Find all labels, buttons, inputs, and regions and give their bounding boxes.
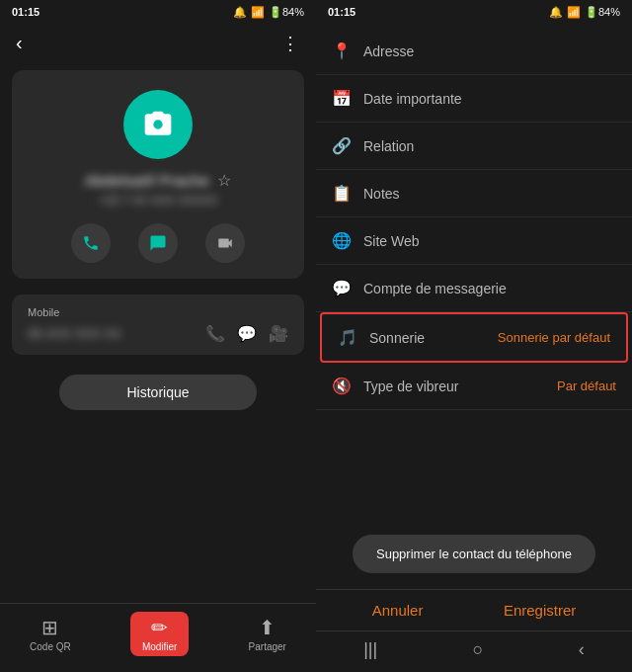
form-notes[interactable]: 📋 Notes (316, 170, 632, 217)
form-relation[interactable]: 🔗 Relation (316, 123, 632, 170)
notes-icon: 📋 (332, 184, 352, 203)
notes-label: Notes (363, 186, 616, 202)
relation-icon: 🔗 (332, 136, 352, 155)
sonnerie-icon: 🎵 (338, 328, 357, 347)
video-button[interactable] (205, 223, 245, 263)
left-bottom-nav: ⊞ Code QR ✏ Modifier ⬆ Partager (0, 603, 316, 672)
bottom-actions: Annuler Enregistrer (316, 589, 632, 630)
mobile-sms-icon[interactable]: 💬 (237, 324, 257, 343)
contact-name: Abdelsatif Prache (85, 172, 209, 189)
mobile-row: 06 XXX XXX XX 📞 💬 🎥 (28, 324, 288, 343)
site-icon: 🌐 (332, 231, 352, 250)
right-status-bar: 01:15 🔔 📶 🔋84% (316, 0, 632, 24)
nav-modifier[interactable]: ✏ Modifier (130, 612, 190, 656)
form-messagerie[interactable]: 💬 Compte de messagerie (316, 265, 632, 312)
message-icon (149, 234, 167, 252)
qr-icon: ⊞ (41, 616, 58, 639)
messagerie-label: Compte de messagerie (363, 281, 616, 296)
mobile-section: Mobile 06 XXX XXX XX 📞 💬 🎥 (12, 294, 304, 355)
form-sonnerie[interactable]: 🎵 Sonnerie Sonnerie par défaut (320, 312, 628, 363)
left-time: 01:15 (12, 6, 40, 18)
history-section: Historique (12, 375, 304, 410)
video-icon (216, 234, 234, 252)
left-status-icons: 🔔 📶 🔋84% (233, 6, 304, 19)
back-button[interactable]: ‹ (16, 32, 23, 54)
right-wifi-icon: 📶 (567, 6, 581, 19)
star-icon[interactable]: ☆ (217, 171, 231, 190)
battery-icon: 🔋84% (269, 6, 304, 19)
modifier-icon: ✏ (151, 616, 168, 639)
messagerie-icon: 💬 (332, 279, 352, 297)
form-date[interactable]: 📅 Date importante (316, 75, 632, 123)
left-panel: 01:15 🔔 📶 🔋84% ‹ ⋮ Abdelsatif Prache ☆ +… (0, 0, 316, 672)
form-site[interactable]: 🌐 Site Web (316, 217, 632, 265)
date-label: Date importante (363, 91, 616, 107)
call-button[interactable] (71, 223, 111, 263)
mobile-video-icon[interactable]: 🎥 (269, 324, 288, 343)
form-vibreur[interactable]: 🔇 Type de vibreur Par défaut (316, 363, 632, 410)
more-button[interactable]: ⋮ (281, 33, 300, 54)
right-battery-icon: 🔋84% (585, 6, 620, 19)
mobile-number: 06 XXX XXX XX (28, 326, 121, 341)
right-nav-back-icon[interactable]: ‹ (579, 639, 585, 660)
delete-button[interactable]: Supprimer le contact du téléphone (353, 535, 595, 573)
contact-action-buttons (71, 223, 245, 263)
nav-qr[interactable]: ⊞ Code QR (30, 616, 71, 652)
mobile-actions: 📞 💬 🎥 (205, 324, 288, 343)
contact-name-row: Abdelsatif Prache ☆ (85, 171, 231, 190)
adresse-icon: 📍 (332, 42, 352, 60)
right-status-icons: 🔔 📶 🔋84% (549, 6, 620, 19)
notification-icon: 🔔 (233, 6, 247, 19)
vibreur-value: Par défaut (557, 378, 616, 393)
phone-icon (82, 234, 100, 252)
nav-partager[interactable]: ⬆ Partager (249, 616, 286, 652)
qr-label: Code QR (30, 641, 71, 652)
modifier-label: Modifier (142, 641, 178, 652)
right-notif-icon: 🔔 (549, 6, 563, 19)
camera-icon (142, 109, 174, 140)
adresse-label: Adresse (363, 43, 616, 59)
save-button[interactable]: Enregistrer (504, 602, 576, 619)
partager-label: Partager (249, 641, 286, 652)
sonnerie-label: Sonnerie (369, 330, 486, 346)
right-nav-home-icon[interactable]: ○ (473, 639, 484, 660)
cancel-button[interactable]: Annuler (372, 602, 424, 619)
sonnerie-value: Sonnerie par défaut (498, 330, 610, 345)
delete-section: Supprimer le contact du téléphone (316, 519, 632, 589)
left-top-nav: ‹ ⋮ (0, 24, 316, 62)
share-icon: ⬆ (259, 616, 276, 639)
right-bottom-nav: ||| ○ ‹ (316, 630, 632, 672)
site-label: Site Web (363, 233, 616, 249)
right-nav-menu-icon[interactable]: ||| (363, 639, 377, 660)
history-button[interactable]: Historique (59, 375, 257, 410)
message-button[interactable] (138, 223, 178, 263)
contact-header: Abdelsatif Prache ☆ +33 7 XX XXX XXXXX (12, 70, 304, 279)
wifi-icon: 📶 (251, 6, 265, 19)
right-time: 01:15 (328, 6, 356, 18)
form-list: 📍 Adresse 📅 Date importante 🔗 Relation 📋… (316, 24, 632, 519)
relation-label: Relation (363, 138, 616, 154)
date-icon: 📅 (332, 89, 352, 108)
left-status-bar: 01:15 🔔 📶 🔋84% (0, 0, 316, 24)
form-adresse[interactable]: 📍 Adresse (316, 28, 632, 75)
mobile-label: Mobile (28, 306, 288, 318)
vibreur-label: Type de vibreur (363, 378, 545, 394)
mobile-call-icon[interactable]: 📞 (205, 324, 225, 343)
right-panel: 01:15 🔔 📶 🔋84% 📍 Adresse 📅 Date importan… (316, 0, 632, 672)
vibreur-icon: 🔇 (332, 377, 352, 395)
contact-phone: +33 7 XX XXX XXXXX (99, 194, 217, 208)
avatar (123, 90, 193, 159)
